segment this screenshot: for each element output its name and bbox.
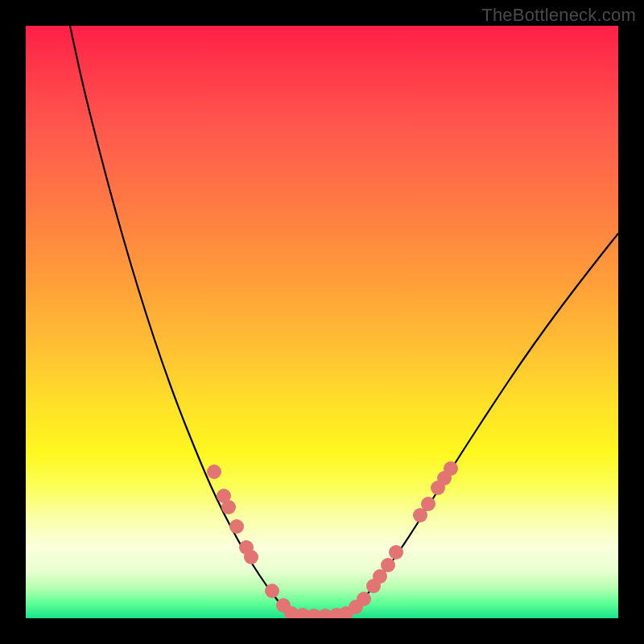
watermark-text: TheBottleneck.com: [481, 5, 636, 26]
chart-frame: TheBottleneck.com: [0, 0, 644, 644]
plot-gradient-background: [26, 26, 618, 618]
